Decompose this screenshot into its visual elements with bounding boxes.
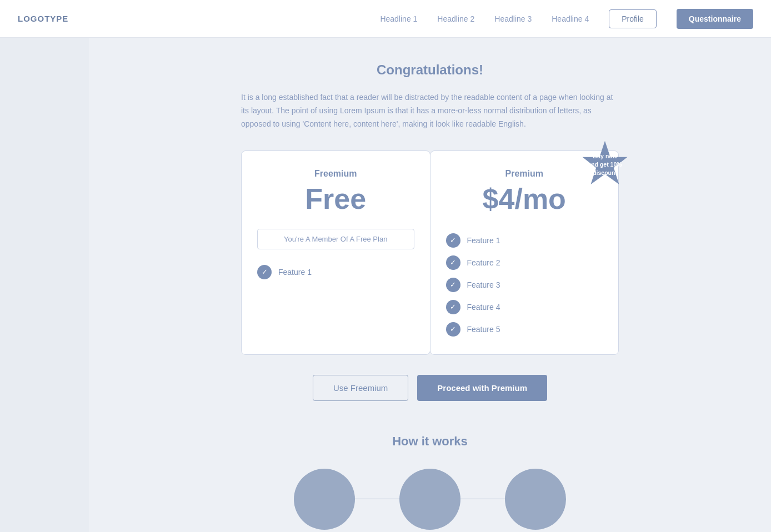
logo: LOGOTYPE [18, 14, 68, 23]
profile-button[interactable]: Profile [609, 9, 657, 28]
list-item: ✓ Feature 5 [446, 322, 603, 337]
check-icon: ✓ [446, 322, 460, 337]
step-circle-3 [505, 469, 566, 530]
intro-text: It is a long established fact that a rea… [241, 91, 619, 131]
sidebar [0, 38, 89, 532]
starburst-badge: Buy nowand get 10%discount [580, 140, 629, 189]
step-circle-2 [399, 469, 460, 530]
check-icon: ✓ [446, 255, 460, 270]
how-title: How it works [241, 434, 619, 449]
proceed-premium-button[interactable]: Proceed with Premium [417, 375, 547, 401]
feature-label: Feature 5 [467, 325, 500, 334]
check-icon: ✓ [257, 265, 272, 279]
list-item: ✓ Feature 3 [446, 278, 603, 292]
list-item: ✓ Feature 1 [446, 233, 603, 248]
feature-label: Feature 1 [278, 268, 312, 277]
feature-label: Feature 1 [467, 236, 500, 245]
pricing-wrapper: Freemium Free You're A Member Of A Free … [241, 150, 619, 354]
how-it-works-section: How it works [241, 434, 619, 530]
questionnaire-button[interactable]: Questionnaire [677, 9, 753, 29]
premium-card: Buy nowand get 10%discount Premium $4/mo… [430, 150, 619, 354]
nav-links: Headline 1 Headline 2 Headline 3 Headlin… [380, 9, 753, 29]
navbar: LOGOTYPE Headline 1 Headline 2 Headline … [0, 0, 771, 38]
nav-link-2[interactable]: Headline 2 [437, 14, 474, 23]
feature-label: Feature 2 [467, 258, 500, 267]
use-freemium-button[interactable]: Use Freemium [313, 375, 408, 401]
member-badge: You're A Member Of A Free Plan [257, 229, 414, 249]
check-icon: ✓ [446, 233, 460, 248]
premium-title: Premium [446, 169, 603, 179]
check-icon: ✓ [446, 278, 460, 292]
main-layout: Congratulations! It is a long establishe… [0, 38, 771, 532]
nav-link-4[interactable]: Headline 4 [552, 14, 589, 23]
premium-price: $4/mo [446, 183, 603, 215]
list-item: ✓ Feature 4 [446, 300, 603, 314]
congrats-title: Congratulations! [241, 62, 619, 78]
feature-label: Feature 3 [467, 280, 500, 289]
step-line-2 [460, 499, 505, 499]
nav-link-1[interactable]: Headline 1 [380, 14, 417, 23]
nav-link-3[interactable]: Headline 3 [494, 14, 532, 23]
freemium-title: Freemium [257, 169, 414, 179]
step-circle-1 [294, 469, 355, 530]
feature-label: Feature 4 [467, 303, 500, 312]
how-steps [241, 469, 619, 530]
list-item: ✓ Feature 2 [446, 255, 603, 270]
freemium-price: Free [257, 183, 414, 215]
check-icon: ✓ [446, 300, 460, 314]
starburst-text: Buy nowand get 10%discount [588, 152, 622, 177]
action-buttons: Use Freemium Proceed with Premium [241, 375, 619, 401]
freemium-features: ✓ Feature 1 [257, 260, 414, 279]
freemium-card: Freemium Free You're A Member Of A Free … [241, 150, 430, 354]
premium-features: ✓ Feature 1 ✓ Feature 2 ✓ Feature 3 ✓ [446, 229, 603, 337]
step-line-1 [355, 499, 399, 499]
list-item: ✓ Feature 1 [257, 265, 414, 279]
